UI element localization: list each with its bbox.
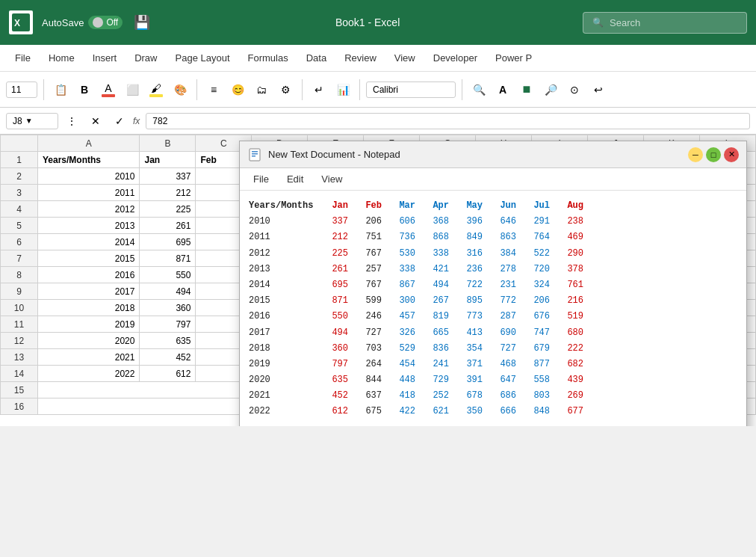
cell-a3[interactable]: 2011 bbox=[38, 185, 140, 201]
cell-a7[interactable]: 2015 bbox=[38, 250, 140, 267]
cell-b6[interactable]: 695 bbox=[140, 234, 196, 250]
notepad-cell: 300 bbox=[391, 293, 424, 309]
row-num-3: 3 bbox=[1, 185, 38, 201]
cell-b1[interactable]: Jan bbox=[140, 152, 196, 168]
notepad-cell: 439 bbox=[559, 372, 592, 388]
cell-b8[interactable]: 550 bbox=[140, 267, 196, 283]
menu-file[interactable]: File bbox=[6, 48, 40, 68]
notepad-cell: 238 bbox=[559, 214, 592, 230]
col-header-b[interactable]: B bbox=[140, 135, 196, 152]
notepad-data-row: 2010337206606368396646291238 bbox=[249, 214, 592, 230]
cell-a6[interactable]: 2014 bbox=[38, 234, 140, 250]
notepad-cell: 212 bbox=[323, 230, 357, 245]
cell-a10[interactable]: 2018 bbox=[38, 300, 140, 316]
format-btn[interactable]: ⚙ bbox=[275, 79, 296, 100]
font-size-input[interactable] bbox=[6, 81, 37, 98]
cell-b11[interactable]: 797 bbox=[140, 316, 196, 333]
menu-draw[interactable]: Draw bbox=[126, 48, 166, 68]
formula-more-btn[interactable]: ⋮ bbox=[61, 111, 82, 132]
np-header-jan: Jan bbox=[323, 198, 357, 214]
cell-ref-box[interactable]: J8 ▼ bbox=[6, 113, 58, 129]
notepad-cell: 895 bbox=[458, 293, 492, 309]
fill-color-btn[interactable]: 🎨 bbox=[170, 79, 190, 100]
cell-b2[interactable]: 337 bbox=[140, 168, 196, 185]
menu-insert[interactable]: Insert bbox=[84, 48, 126, 68]
cell-a11[interactable]: 2019 bbox=[38, 316, 140, 333]
font-color-btn2[interactable]: A bbox=[492, 79, 513, 100]
maximize-button[interactable]: □ bbox=[706, 147, 721, 162]
notepad-cell: 550 bbox=[323, 309, 357, 324]
cell-b9[interactable]: 494 bbox=[140, 283, 196, 300]
cell-a9[interactable]: 2017 bbox=[38, 283, 140, 300]
autosave-toggle[interactable]: Off bbox=[88, 16, 123, 29]
border-btn[interactable]: ⬜ bbox=[122, 79, 143, 100]
undo-btn[interactable]: ↩ bbox=[588, 79, 609, 100]
cell-ref-dropdown[interactable]: ▼ bbox=[25, 117, 33, 125]
row-num-14: 14 bbox=[1, 366, 38, 382]
cell-b3[interactable]: 212 bbox=[140, 185, 196, 201]
save-button[interactable]: 💾 bbox=[131, 12, 152, 33]
table-style-btn[interactable]: 🗂 bbox=[251, 79, 272, 100]
search-box[interactable]: 🔍 bbox=[583, 12, 747, 34]
target-btn[interactable]: ⊙ bbox=[564, 79, 585, 100]
search-input[interactable] bbox=[610, 17, 729, 28]
font-name-input[interactable] bbox=[366, 81, 456, 98]
cell-a4[interactable]: 2012 bbox=[38, 201, 140, 218]
row-num-5: 5 bbox=[1, 218, 38, 234]
notepad-cell: 324 bbox=[525, 277, 559, 293]
clipboard-btn[interactable]: 📋 bbox=[50, 79, 71, 100]
conditional-btn[interactable]: 📊 bbox=[332, 79, 353, 100]
wrap-btn[interactable]: ↵ bbox=[309, 79, 329, 100]
cell-b14[interactable]: 612 bbox=[140, 366, 196, 382]
notepad-cell: 2011 bbox=[249, 230, 323, 245]
menu-power[interactable]: Power P bbox=[486, 48, 541, 68]
row-num-7: 7 bbox=[1, 250, 38, 267]
cell-a12[interactable]: 2020 bbox=[38, 333, 140, 349]
highlight-btn[interactable]: 🖌 bbox=[146, 79, 167, 100]
cell-a14[interactable]: 2022 bbox=[38, 366, 140, 382]
menu-home[interactable]: Home bbox=[40, 48, 84, 68]
menu-view[interactable]: View bbox=[385, 48, 424, 68]
cell-a1[interactable]: Years/Months bbox=[38, 152, 140, 168]
formula-input[interactable] bbox=[146, 113, 750, 129]
confirm-btn[interactable]: ✓ bbox=[109, 111, 130, 132]
cancel-btn[interactable]: ✕ bbox=[85, 111, 106, 132]
notepad-data-row: 2019797264454241371468877682 bbox=[249, 357, 592, 372]
cell-b13[interactable]: 452 bbox=[140, 349, 196, 366]
menu-formulas[interactable]: Formulas bbox=[239, 48, 297, 68]
cell-a8[interactable]: 2016 bbox=[38, 267, 140, 283]
cell-a13[interactable]: 2021 bbox=[38, 349, 140, 366]
green-square-btn[interactable]: ■ bbox=[516, 79, 537, 100]
row-num-10: 10 bbox=[1, 300, 38, 316]
cell-a2[interactable]: 2010 bbox=[38, 168, 140, 185]
row-num-11: 11 bbox=[1, 316, 38, 333]
cell-b5[interactable]: 261 bbox=[140, 218, 196, 234]
bold-button[interactable]: B bbox=[74, 79, 95, 100]
close-button[interactable]: ✕ bbox=[724, 147, 739, 162]
magnify-btn[interactable]: 🔎 bbox=[540, 79, 561, 100]
notepad-cell: 637 bbox=[357, 388, 391, 404]
notepad-cell: 2014 bbox=[249, 277, 323, 293]
menu-developer[interactable]: Developer bbox=[424, 48, 486, 68]
cell-b12[interactable]: 635 bbox=[140, 333, 196, 349]
cell-b7[interactable]: 871 bbox=[140, 250, 196, 267]
menu-page-layout[interactable]: Page Layout bbox=[167, 48, 239, 68]
menu-review[interactable]: Review bbox=[335, 48, 385, 68]
col-header-a[interactable]: A bbox=[38, 135, 140, 152]
autosave-group: AutoSave Off bbox=[42, 16, 123, 29]
cell-a5[interactable]: 2013 bbox=[38, 218, 140, 234]
align-btn[interactable]: ≡ bbox=[203, 79, 224, 100]
cell-b4[interactable]: 225 bbox=[140, 201, 196, 218]
minimize-button[interactable]: ─ bbox=[688, 147, 703, 162]
notepad-menu-edit[interactable]: Edit bbox=[279, 170, 311, 188]
emoji-btn[interactable]: 😊 bbox=[227, 79, 248, 100]
menu-data[interactable]: Data bbox=[297, 48, 335, 68]
notepad-menu-file[interactable]: File bbox=[246, 170, 276, 188]
row-num-15: 15 bbox=[1, 382, 38, 398]
find-btn[interactable]: 🔍 bbox=[468, 79, 489, 100]
notepad-cell: 2013 bbox=[249, 262, 323, 277]
cell-b10[interactable]: 360 bbox=[140, 300, 196, 316]
notepad-menu-view[interactable]: View bbox=[314, 170, 350, 188]
font-color-btn[interactable]: A bbox=[98, 79, 119, 100]
notepad-content[interactable]: Years/Months Jan Feb Mar Apr May Jun Jul… bbox=[240, 191, 746, 426]
